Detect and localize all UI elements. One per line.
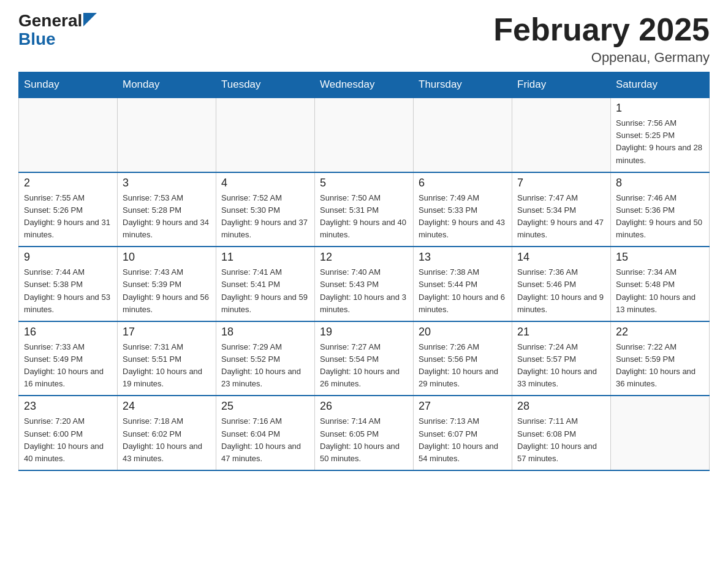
day-number: 21 [517, 326, 605, 339]
day-number: 26 [320, 400, 408, 413]
day-info: Sunrise: 7:34 AMSunset: 5:48 PMDaylight:… [616, 266, 704, 316]
day-number: 25 [221, 400, 309, 413]
day-number: 18 [221, 326, 309, 339]
table-row: 16Sunrise: 7:33 AMSunset: 5:49 PMDayligh… [19, 321, 118, 396]
title-block: February 2025 Oppenau, Germany [493, 12, 710, 66]
day-info: Sunrise: 7:50 AMSunset: 5:31 PMDaylight:… [320, 192, 408, 242]
page-header: General Blue February 2025 Oppenau, Germ… [18, 12, 710, 66]
table-row: 5Sunrise: 7:50 AMSunset: 5:31 PMDaylight… [315, 172, 414, 247]
table-row: 1Sunrise: 7:56 AMSunset: 5:25 PMDaylight… [611, 98, 710, 172]
logo-blue-text: Blue [18, 31, 56, 48]
day-number: 23 [24, 400, 112, 413]
table-row [611, 396, 710, 470]
day-info: Sunrise: 7:31 AMSunset: 5:51 PMDaylight:… [123, 341, 211, 391]
day-info: Sunrise: 7:18 AMSunset: 6:02 PMDaylight:… [123, 415, 211, 465]
day-info: Sunrise: 7:38 AMSunset: 5:44 PMDaylight:… [419, 266, 507, 316]
day-number: 12 [320, 251, 408, 264]
logo: General Blue [18, 12, 97, 48]
day-number: 3 [123, 177, 211, 190]
svg-marker-0 [83, 13, 97, 26]
day-number: 6 [419, 177, 507, 190]
day-number: 8 [616, 177, 704, 190]
day-number: 13 [419, 251, 507, 264]
logo-arrow-icon [83, 13, 97, 26]
day-info: Sunrise: 7:33 AMSunset: 5:49 PMDaylight:… [24, 341, 112, 391]
header-friday: Friday [512, 72, 611, 98]
table-row: 17Sunrise: 7:31 AMSunset: 5:51 PMDayligh… [118, 321, 216, 396]
day-number: 19 [320, 326, 408, 339]
table-row: 13Sunrise: 7:38 AMSunset: 5:44 PMDayligh… [414, 247, 512, 321]
table-row: 22Sunrise: 7:22 AMSunset: 5:59 PMDayligh… [611, 321, 710, 396]
day-number: 27 [419, 400, 507, 413]
header-saturday: Saturday [611, 72, 710, 98]
day-info: Sunrise: 7:43 AMSunset: 5:39 PMDaylight:… [123, 266, 211, 316]
day-number: 16 [24, 326, 112, 339]
table-row: 4Sunrise: 7:52 AMSunset: 5:30 PMDaylight… [216, 172, 315, 247]
day-number: 22 [616, 326, 704, 339]
day-info: Sunrise: 7:36 AMSunset: 5:46 PMDaylight:… [517, 266, 605, 316]
day-info: Sunrise: 7:46 AMSunset: 5:36 PMDaylight:… [616, 192, 704, 242]
table-row [118, 98, 216, 172]
table-row: 26Sunrise: 7:14 AMSunset: 6:05 PMDayligh… [315, 396, 414, 470]
day-number: 24 [123, 400, 211, 413]
day-info: Sunrise: 7:22 AMSunset: 5:59 PMDaylight:… [616, 341, 704, 391]
day-info: Sunrise: 7:41 AMSunset: 5:41 PMDaylight:… [221, 266, 309, 316]
day-info: Sunrise: 7:47 AMSunset: 5:34 PMDaylight:… [517, 192, 605, 242]
calendar-header-row: Sunday Monday Tuesday Wednesday Thursday… [19, 72, 710, 98]
table-row: 24Sunrise: 7:18 AMSunset: 6:02 PMDayligh… [118, 396, 216, 470]
day-number: 10 [123, 251, 211, 264]
table-row: 7Sunrise: 7:47 AMSunset: 5:34 PMDaylight… [512, 172, 611, 247]
day-number: 14 [517, 251, 605, 264]
header-monday: Monday [118, 72, 216, 98]
table-row: 8Sunrise: 7:46 AMSunset: 5:36 PMDaylight… [611, 172, 710, 247]
table-row: 10Sunrise: 7:43 AMSunset: 5:39 PMDayligh… [118, 247, 216, 321]
day-number: 28 [517, 400, 605, 413]
table-row: 21Sunrise: 7:24 AMSunset: 5:57 PMDayligh… [512, 321, 611, 396]
calendar-table: Sunday Monday Tuesday Wednesday Thursday… [18, 72, 710, 471]
table-row [512, 98, 611, 172]
day-number: 17 [123, 326, 211, 339]
header-sunday: Sunday [19, 72, 118, 98]
day-number: 4 [221, 177, 309, 190]
day-number: 5 [320, 177, 408, 190]
header-wednesday: Wednesday [315, 72, 414, 98]
table-row: 28Sunrise: 7:11 AMSunset: 6:08 PMDayligh… [512, 396, 611, 470]
month-year-title: February 2025 [493, 12, 710, 47]
day-number: 1 [616, 102, 704, 115]
day-info: Sunrise: 7:29 AMSunset: 5:52 PMDaylight:… [221, 341, 309, 391]
day-info: Sunrise: 7:52 AMSunset: 5:30 PMDaylight:… [221, 192, 309, 242]
table-row: 12Sunrise: 7:40 AMSunset: 5:43 PMDayligh… [315, 247, 414, 321]
day-number: 7 [517, 177, 605, 190]
table-row: 19Sunrise: 7:27 AMSunset: 5:54 PMDayligh… [315, 321, 414, 396]
day-info: Sunrise: 7:24 AMSunset: 5:57 PMDaylight:… [517, 341, 605, 391]
day-number: 11 [221, 251, 309, 264]
table-row: 20Sunrise: 7:26 AMSunset: 5:56 PMDayligh… [414, 321, 512, 396]
table-row: 14Sunrise: 7:36 AMSunset: 5:46 PMDayligh… [512, 247, 611, 321]
table-row: 11Sunrise: 7:41 AMSunset: 5:41 PMDayligh… [216, 247, 315, 321]
day-info: Sunrise: 7:49 AMSunset: 5:33 PMDaylight:… [419, 192, 507, 242]
table-row: 2Sunrise: 7:55 AMSunset: 5:26 PMDaylight… [19, 172, 118, 247]
day-info: Sunrise: 7:13 AMSunset: 6:07 PMDaylight:… [419, 415, 507, 465]
table-row: 25Sunrise: 7:16 AMSunset: 6:04 PMDayligh… [216, 396, 315, 470]
day-info: Sunrise: 7:27 AMSunset: 5:54 PMDaylight:… [320, 341, 408, 391]
logo-general-text: General [18, 12, 82, 29]
day-info: Sunrise: 7:53 AMSunset: 5:28 PMDaylight:… [123, 192, 211, 242]
table-row: 9Sunrise: 7:44 AMSunset: 5:38 PMDaylight… [19, 247, 118, 321]
table-row: 18Sunrise: 7:29 AMSunset: 5:52 PMDayligh… [216, 321, 315, 396]
table-row [315, 98, 414, 172]
location-subtitle: Oppenau, Germany [493, 50, 710, 66]
day-number: 20 [419, 326, 507, 339]
day-info: Sunrise: 7:11 AMSunset: 6:08 PMDaylight:… [517, 415, 605, 465]
table-row [216, 98, 315, 172]
day-number: 15 [616, 251, 704, 264]
header-tuesday: Tuesday [216, 72, 315, 98]
day-info: Sunrise: 7:16 AMSunset: 6:04 PMDaylight:… [221, 415, 309, 465]
day-info: Sunrise: 7:26 AMSunset: 5:56 PMDaylight:… [419, 341, 507, 391]
day-number: 9 [24, 251, 112, 264]
header-thursday: Thursday [414, 72, 512, 98]
day-number: 2 [24, 177, 112, 190]
table-row: 6Sunrise: 7:49 AMSunset: 5:33 PMDaylight… [414, 172, 512, 247]
table-row [414, 98, 512, 172]
table-row: 3Sunrise: 7:53 AMSunset: 5:28 PMDaylight… [118, 172, 216, 247]
table-row: 15Sunrise: 7:34 AMSunset: 5:48 PMDayligh… [611, 247, 710, 321]
